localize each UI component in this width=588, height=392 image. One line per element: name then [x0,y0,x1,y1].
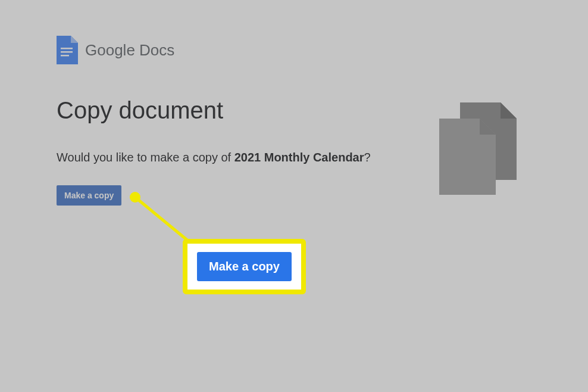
callout-make-copy-button[interactable]: Make a copy [197,252,292,281]
product-name: Google Docs [85,41,174,60]
document-copy-graphic-icon [439,102,523,195]
google-docs-icon [57,36,78,64]
make-copy-button[interactable]: Make a copy [57,185,121,206]
product-name-docs: Docs [135,41,174,59]
prompt-prefix: Would you like to make a copy of [57,151,234,164]
callout-highlight-box: Make a copy [183,239,306,294]
svg-rect-2 [61,55,69,57]
prompt-suffix: ? [364,151,371,164]
svg-rect-0 [61,48,73,49]
document-name: 2021 Monthly Calendar [234,151,364,164]
product-name-google: Google [85,41,135,59]
svg-rect-1 [61,51,73,53]
app-header: Google Docs [57,36,531,64]
